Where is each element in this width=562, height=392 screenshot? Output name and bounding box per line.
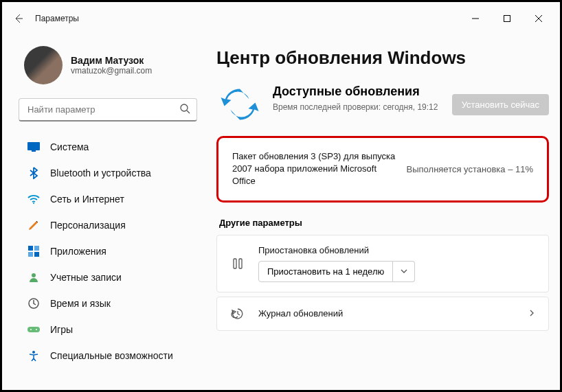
svg-line-3 xyxy=(187,111,190,113)
pause-title: Приостановка обновлений xyxy=(258,245,536,255)
nav-label: Персонализация xyxy=(50,220,126,231)
titlebar: Параметры xyxy=(2,2,560,35)
pause-body: Приостановка обновлений Приостановить на… xyxy=(258,245,536,282)
close-icon xyxy=(535,14,543,23)
history-title: Журнал обновлений xyxy=(258,308,515,319)
nav-label: Игры xyxy=(50,324,73,335)
avatar xyxy=(24,46,63,84)
nav-list: Система Bluetooth и устройства Сеть и Ин… xyxy=(19,134,197,369)
sidebar-item-gaming[interactable]: Игры xyxy=(19,316,197,343)
back-button[interactable] xyxy=(8,8,30,30)
maximize-icon xyxy=(503,14,511,23)
update-history-row[interactable]: Журнал обновлений xyxy=(216,297,549,331)
history-icon xyxy=(229,307,246,321)
apps-icon xyxy=(27,244,41,258)
sidebar-item-personalization[interactable]: Персонализация xyxy=(19,212,197,238)
svg-point-16 xyxy=(32,351,35,354)
svg-rect-8 xyxy=(34,246,39,251)
nav-label: Bluetooth и устройства xyxy=(50,168,151,178)
maximize-button[interactable] xyxy=(491,8,523,30)
update-header: Доступные обновления Время последней про… xyxy=(216,84,549,125)
sidebar-item-network[interactable]: Сеть и Интернет xyxy=(19,186,197,212)
nav-label: Приложения xyxy=(50,246,106,257)
profile-email: vmatuzok@gmail.com xyxy=(71,66,152,76)
svg-rect-5 xyxy=(32,150,36,152)
svg-rect-9 xyxy=(28,252,33,257)
chevron-down-icon xyxy=(400,267,408,275)
nav-label: Сеть и Интернет xyxy=(50,194,124,205)
profile-text: Вадим Матузок vmatuzok@gmail.com xyxy=(71,55,152,76)
update-status: Выполняется установка – 11% xyxy=(407,164,533,174)
svg-rect-10 xyxy=(34,252,39,257)
sidebar: Вадим Матузок vmatuzok@gmail.com Система… xyxy=(2,35,208,390)
sidebar-item-apps[interactable]: Приложения xyxy=(19,238,197,264)
window-controls xyxy=(460,8,554,30)
svg-point-6 xyxy=(33,203,34,204)
other-settings-label: Другие параметры xyxy=(219,218,549,228)
brush-icon xyxy=(27,218,41,232)
person-icon xyxy=(27,270,41,284)
content-area: Вадим Матузок vmatuzok@gmail.com Система… xyxy=(2,35,560,390)
arrow-left-icon xyxy=(13,13,24,24)
system-icon xyxy=(27,140,41,154)
sync-icon xyxy=(219,84,260,125)
accessibility-icon xyxy=(27,349,41,362)
nav-label: Время и язык xyxy=(50,298,111,309)
minimize-icon xyxy=(471,14,480,23)
sidebar-item-time-language[interactable]: Время и язык xyxy=(19,290,197,316)
minimize-button[interactable] xyxy=(460,8,491,30)
last-check-time: Время последней проверки: сегодня, 19:12 xyxy=(273,102,440,112)
page-title: Центр обновления Windows xyxy=(216,47,549,69)
bluetooth-icon xyxy=(27,166,41,180)
update-name: Пакет обновления 3 (SP3) для выпуска 200… xyxy=(232,150,397,188)
sidebar-item-bluetooth[interactable]: Bluetooth и устройства xyxy=(19,160,197,186)
clock-globe-icon xyxy=(27,297,41,310)
svg-rect-7 xyxy=(28,246,33,251)
pause-dropdown-button[interactable] xyxy=(393,261,415,282)
nav-label: Специальные возможности xyxy=(50,350,173,361)
svg-point-15 xyxy=(36,329,37,330)
svg-rect-13 xyxy=(27,327,40,332)
window-title: Параметры xyxy=(35,14,79,23)
install-now-button[interactable]: Установить сейчас xyxy=(452,94,549,115)
pause-duration-select: Приостановить на 1 неделю xyxy=(258,261,536,282)
update-item-highlighted: Пакет обновления 3 (SP3) для выпуска 200… xyxy=(216,136,549,203)
svg-point-2 xyxy=(181,104,188,111)
svg-rect-1 xyxy=(504,16,510,22)
chevron-right-icon xyxy=(528,308,536,320)
sidebar-item-system[interactable]: Система xyxy=(19,134,197,160)
svg-point-14 xyxy=(30,329,32,330)
sidebar-item-accessibility[interactable]: Специальные возможности xyxy=(19,343,197,369)
search-icon xyxy=(179,103,190,117)
sidebar-item-accounts[interactable]: Учетные записи xyxy=(19,264,197,290)
gamepad-icon xyxy=(27,323,41,336)
search-box xyxy=(19,98,197,122)
available-updates-title: Доступные обновления xyxy=(273,84,440,100)
pause-icon xyxy=(229,257,246,270)
svg-rect-4 xyxy=(27,142,40,150)
nav-label: Система xyxy=(50,141,89,152)
nav-label: Учетные записи xyxy=(50,272,122,283)
settings-window: Параметры Вадим Матузок vmatuzok@gmail.c… xyxy=(0,0,562,392)
close-button[interactable] xyxy=(523,8,554,30)
search-input[interactable] xyxy=(19,98,197,122)
update-header-text: Доступные обновления Время последней про… xyxy=(273,84,440,112)
pause-selected-value[interactable]: Приостановить на 1 неделю xyxy=(258,261,393,282)
profile-name: Вадим Матузок xyxy=(71,55,152,66)
svg-rect-17 xyxy=(234,259,236,268)
main-panel: Центр обновления Windows Доступные обнов… xyxy=(208,35,560,390)
wifi-icon xyxy=(27,192,41,206)
history-body: Журнал обновлений xyxy=(258,308,515,319)
svg-rect-18 xyxy=(239,259,242,268)
pause-updates-row[interactable]: Приостановка обновлений Приостановить на… xyxy=(216,235,549,292)
svg-point-11 xyxy=(32,273,36,277)
profile-block[interactable]: Вадим Матузок vmatuzok@gmail.com xyxy=(19,35,197,98)
